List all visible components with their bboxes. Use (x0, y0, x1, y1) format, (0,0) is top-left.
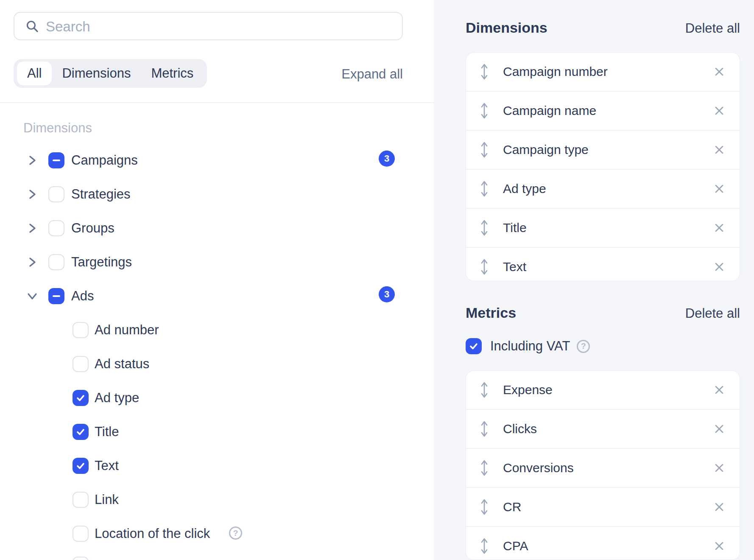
chevron-right-icon[interactable] (26, 222, 38, 234)
checkbox-checked[interactable] (73, 424, 89, 440)
checkbox-indeterminate[interactable] (48, 288, 64, 304)
drag-reorder-icon[interactable] (480, 420, 489, 438)
report-settings-screen: All Dimensions Metrics Expand all Dimens… (0, 0, 754, 560)
tree-row-campaigns[interactable]: Campaigns 3 (0, 143, 434, 177)
metric-row[interactable]: Expense (466, 371, 740, 409)
checkbox-unchecked[interactable] (48, 220, 64, 236)
tree-row-strategies[interactable]: Strategies (0, 177, 434, 211)
metrics-heading: Metrics (466, 305, 516, 321)
dimension-row[interactable]: Text (466, 247, 740, 281)
tree-row-ad-type[interactable]: Ad type (0, 381, 434, 415)
drag-reorder-icon[interactable] (480, 101, 489, 120)
dimension-label: Campaign number (503, 64, 608, 79)
delete-all-dimensions-link[interactable]: Delete all (685, 21, 740, 36)
tree-item-label: Strategies (71, 187, 131, 202)
metric-row[interactable]: Conversions (466, 448, 740, 487)
checkbox-unchecked[interactable] (73, 322, 89, 338)
drag-reorder-icon[interactable] (480, 381, 489, 399)
checkbox-checked[interactable] (73, 458, 89, 474)
drag-reorder-icon[interactable] (480, 258, 489, 276)
checkbox-unchecked[interactable] (73, 526, 89, 542)
checkbox-unchecked[interactable] (73, 356, 89, 372)
expand-all-link[interactable]: Expand all (341, 67, 403, 82)
metric-label: Clicks (503, 422, 537, 436)
selected-count-badge: 3 (379, 151, 395, 167)
checkbox-unchecked[interactable] (48, 186, 64, 202)
tree-row-groups[interactable]: Groups (0, 211, 434, 245)
vat-label: Including VAT (490, 339, 570, 354)
remove-icon[interactable] (713, 501, 725, 513)
dimension-label: Ad type (503, 182, 546, 196)
tree-item-label: Targetings (71, 255, 132, 270)
metric-row[interactable]: CPA (466, 526, 740, 560)
tree-item-label: Title (95, 424, 119, 440)
drag-reorder-icon[interactable] (480, 218, 489, 237)
dimension-label: Title (503, 221, 527, 235)
drag-reorder-icon[interactable] (480, 179, 489, 198)
tree-row-ads[interactable]: Ads 3 (0, 279, 434, 313)
tab-dimensions[interactable]: Dimensions (52, 62, 141, 85)
drag-reorder-icon[interactable] (480, 537, 489, 555)
checkbox-unchecked[interactable] (48, 254, 64, 270)
dimensions-heading: Dimensions (466, 20, 547, 36)
checkbox-unchecked-partial[interactable] (73, 557, 89, 560)
tree-row-ad-status[interactable]: Ad status (0, 347, 434, 381)
tree-item-label: Groups (71, 221, 114, 236)
remove-icon[interactable] (713, 540, 725, 552)
dimension-label: Text (503, 260, 526, 274)
check-icon (75, 393, 86, 403)
help-icon[interactable]: ? (577, 340, 590, 353)
tree-row-location-of-the-click[interactable]: Location of the click ? (0, 517, 434, 551)
drag-reorder-icon[interactable] (480, 459, 489, 477)
dimension-row[interactable]: Campaign name (466, 91, 740, 130)
remove-icon[interactable] (713, 423, 725, 435)
chevron-right-icon[interactable] (26, 256, 38, 268)
tree-section-header: Dimensions (23, 120, 92, 136)
remove-icon[interactable] (713, 261, 725, 273)
help-icon[interactable]: ? (229, 526, 242, 540)
drag-reorder-icon[interactable] (480, 140, 489, 159)
delete-all-metrics-link[interactable]: Delete all (685, 306, 740, 321)
search-input[interactable] (45, 13, 394, 40)
tree-item-label: Ads (71, 288, 94, 304)
remove-icon[interactable] (713, 66, 725, 78)
tab-metrics[interactable]: Metrics (141, 62, 204, 85)
checkbox-indeterminate[interactable] (48, 152, 64, 168)
check-icon (75, 427, 86, 437)
drag-reorder-icon[interactable] (480, 498, 489, 516)
check-icon (469, 341, 479, 351)
tree-row-link[interactable]: Link (0, 483, 434, 517)
tree-item-label: Link (95, 492, 119, 507)
fields-picker-panel: All Dimensions Metrics Expand all Dimens… (0, 0, 434, 560)
tree-row-targetings[interactable]: Targetings (0, 245, 434, 279)
dimension-row[interactable]: Ad type (466, 169, 740, 208)
remove-icon[interactable] (713, 222, 725, 234)
metric-row[interactable]: Clicks (466, 409, 740, 448)
tab-all[interactable]: All (17, 62, 52, 85)
remove-icon[interactable] (713, 462, 725, 474)
vat-checkbox-checked[interactable] (466, 338, 482, 354)
metric-label: Conversions (503, 461, 574, 475)
tree-row-text[interactable]: Text (0, 449, 434, 483)
tree-item-label: Campaigns (71, 153, 138, 168)
metric-row[interactable]: CR (466, 487, 740, 526)
dimension-row[interactable]: Campaign number (466, 53, 740, 91)
dimension-row[interactable]: Title (466, 208, 740, 247)
tree-row-ad-number[interactable]: Ad number (0, 313, 434, 347)
checkbox-checked[interactable] (73, 390, 89, 406)
remove-icon[interactable] (713, 384, 725, 396)
drag-reorder-icon[interactable] (480, 62, 489, 81)
dimension-row[interactable]: Campaign type (466, 130, 740, 169)
remove-icon[interactable] (713, 105, 725, 117)
tree-item-label: Location of the click (95, 526, 210, 541)
tree-item-label: Ad status (95, 356, 149, 372)
minus-glyph-icon (52, 156, 61, 165)
selected-count-badge: 3 (379, 286, 395, 302)
checkbox-unchecked[interactable] (73, 492, 89, 508)
remove-icon[interactable] (713, 183, 725, 195)
remove-icon[interactable] (713, 144, 725, 156)
chevron-down-icon[interactable] (26, 290, 38, 302)
chevron-right-icon[interactable] (26, 188, 38, 200)
chevron-right-icon[interactable] (26, 154, 38, 166)
tree-row-title[interactable]: Title (0, 415, 434, 449)
